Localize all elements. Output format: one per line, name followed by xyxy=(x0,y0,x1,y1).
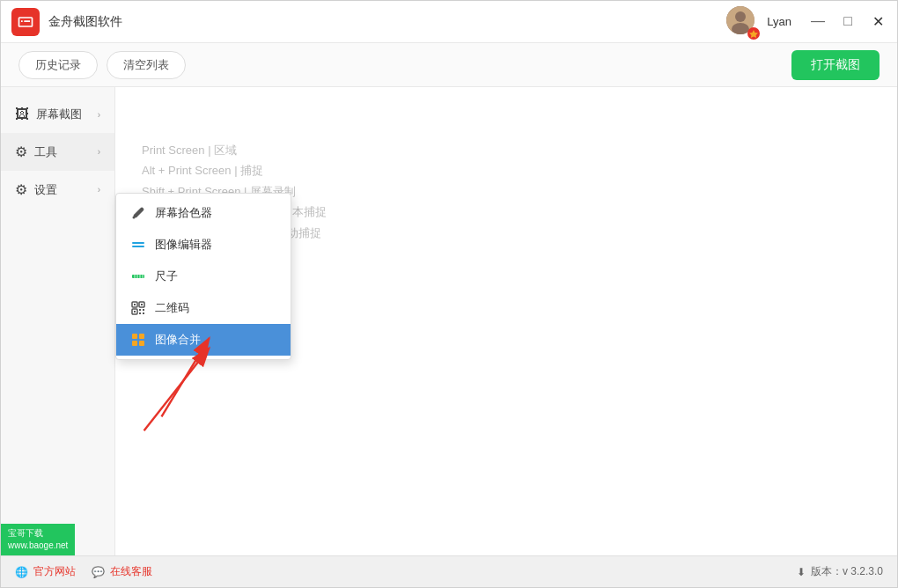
ruler-icon xyxy=(130,268,146,284)
svg-rect-24 xyxy=(132,341,137,346)
svg-rect-13 xyxy=(134,304,136,305)
qrcode-icon xyxy=(130,300,146,316)
svg-marker-3 xyxy=(749,30,758,38)
svg-rect-23 xyxy=(139,334,144,339)
menu-item-image-merge[interactable]: 图像合并 xyxy=(116,324,291,356)
sidebar-item-screenshot[interactable]: 🖼 屏幕截图 › xyxy=(1,96,114,133)
svg-rect-25 xyxy=(139,341,144,346)
website-link[interactable]: 官方网站 xyxy=(33,564,76,579)
svg-rect-5 xyxy=(132,242,144,244)
chevron-right-icon-settings: › xyxy=(98,185,100,195)
image-merge-icon xyxy=(130,332,146,348)
open-screenshot-button[interactable]: 打开截图 xyxy=(791,50,880,80)
sidebar-item-label-screenshot: 屏幕截图 xyxy=(36,107,82,122)
dropdown-menu: 屏幕拾色器 图像编辑器 xyxy=(115,193,291,360)
sidebar-item-settings[interactable]: ⚙ 设置 › xyxy=(1,171,114,209)
chevron-right-icon-tools: › xyxy=(98,147,100,157)
color-picker-icon xyxy=(130,205,146,221)
close-button[interactable]: ✕ xyxy=(869,13,887,30)
maximize-button[interactable]: □ xyxy=(839,13,857,30)
vip-icon xyxy=(749,29,758,38)
minimize-button[interactable]: — xyxy=(809,13,827,30)
svg-rect-17 xyxy=(134,311,136,312)
footer-right: ⬇ 版本：v 3.2.3.0 xyxy=(797,564,883,579)
sidebar: 🖼 屏幕截图 › ⚙ 工具 › ⚙ 设置 › xyxy=(1,87,115,555)
menu-item-qrcode[interactable]: 二维码 xyxy=(116,292,291,324)
toolbar: 历史记录 清空列表 打开截图 xyxy=(1,43,897,87)
menu-item-ruler[interactable]: 尺子 xyxy=(116,261,291,292)
download-icon: ⬇ xyxy=(797,566,806,578)
svg-point-1 xyxy=(735,11,746,22)
titlebar-right: Lyan — □ ✕ xyxy=(726,6,887,38)
app-logo xyxy=(11,8,40,36)
hint-alt-print: Alt + Print Screen | 捕捉 xyxy=(142,160,327,180)
tools-icon: ⚙ xyxy=(15,143,27,160)
app-window: 金舟截图软件 Lyan — □ xyxy=(0,0,898,588)
support-icon: 💬 xyxy=(92,566,105,578)
version-label: 版本：v 3.2.3.0 xyxy=(811,564,883,579)
svg-rect-21 xyxy=(143,312,144,314)
clear-button[interactable]: 清空列表 xyxy=(107,51,186,79)
footer: 🌐 官方网站 💬 在线客服 ⬇ 版本：v 3.2.3.0 xyxy=(1,555,897,587)
svg-rect-22 xyxy=(132,334,137,339)
history-button[interactable]: 历史记录 xyxy=(18,51,98,79)
sidebar-item-tools[interactable]: ⚙ 工具 › xyxy=(1,133,114,171)
menu-label-image-editor: 图像编辑器 xyxy=(155,237,212,253)
main-area: 🖼 屏幕截图 › ⚙ 工具 › ⚙ 设置 › Print Screen | 区域 xyxy=(1,87,897,555)
chevron-right-icon: › xyxy=(98,110,100,120)
website-icon: 🌐 xyxy=(15,566,28,578)
svg-rect-15 xyxy=(141,304,143,305)
settings-icon: ⚙ xyxy=(15,181,27,198)
svg-rect-19 xyxy=(143,309,144,311)
menu-label-image-merge: 图像合并 xyxy=(155,332,201,348)
menu-item-image-editor[interactable]: 图像编辑器 xyxy=(116,229,291,261)
username: Lyan xyxy=(767,15,791,28)
app-title: 金舟截图软件 xyxy=(48,14,122,30)
menu-label-ruler: 尺子 xyxy=(155,268,178,284)
svg-rect-20 xyxy=(139,312,141,314)
sidebar-item-label-settings: 设置 xyxy=(34,182,57,198)
svg-rect-18 xyxy=(139,309,141,311)
menu-label-qrcode: 二维码 xyxy=(155,300,189,316)
window-controls: — □ ✕ xyxy=(809,13,887,30)
logo-icon xyxy=(17,13,34,31)
titlebar: 金舟截图软件 Lyan — □ xyxy=(1,1,897,43)
avatar-container[interactable] xyxy=(726,6,758,38)
menu-item-color-picker[interactable]: 屏幕拾色器 xyxy=(116,197,291,229)
svg-rect-6 xyxy=(132,246,144,247)
screenshot-icon: 🖼 xyxy=(15,107,29,122)
footer-left: 🌐 官方网站 💬 在线客服 xyxy=(15,564,152,579)
avatar-badge xyxy=(747,27,760,40)
hint-print-screen: Print Screen | 区域 xyxy=(142,140,327,160)
sidebar-item-label-tools: 工具 xyxy=(34,144,57,160)
support-link[interactable]: 在线客服 xyxy=(110,564,152,579)
watermark: 宝哥下载 www.baoge.net xyxy=(1,524,75,555)
image-editor-icon xyxy=(130,237,146,253)
svg-point-4 xyxy=(133,217,136,219)
menu-label-color-picker: 屏幕拾色器 xyxy=(155,205,212,221)
